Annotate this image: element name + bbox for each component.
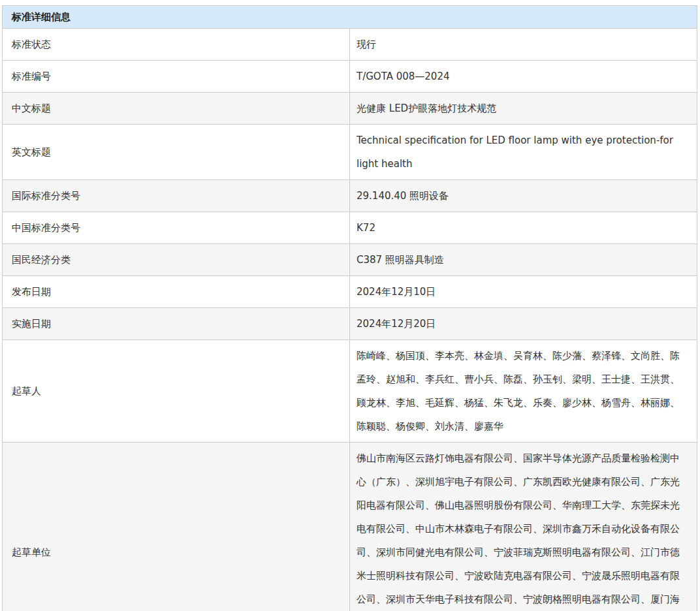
standard-detail-table: 标准详细信息 标准状态现行标准编号T/GOTA 008—2024中文标题光健康 … — [2, 5, 697, 611]
row-label: 中文标题 — [3, 93, 350, 125]
row-label: 起草人 — [3, 340, 350, 443]
row-label: 实施日期 — [3, 308, 350, 340]
page: 标准详细信息 标准状态现行标准编号T/GOTA 008—2024中文标题光健康 … — [0, 0, 700, 611]
table-row: 国际标准分类号29.140.40 照明设备 — [3, 180, 697, 212]
table-title-row: 标准详细信息 — [3, 6, 697, 29]
table-row: 发布日期2024年12月10日 — [3, 276, 697, 308]
row-value: Technical specification for LED floor la… — [350, 125, 697, 180]
table-row: 起草单位佛山市南海区云路灯饰电器有限公司、国家半导体光源产品质量检验检测中心（广… — [3, 443, 697, 611]
row-value: 29.140.40 照明设备 — [350, 180, 697, 212]
row-label: 中国标准分类号 — [3, 212, 350, 244]
row-label: 起草单位 — [3, 443, 350, 611]
row-label: 标准编号 — [3, 61, 350, 93]
row-label: 标准状态 — [3, 29, 350, 61]
row-label: 国际标准分类号 — [3, 180, 350, 212]
row-label: 英文标题 — [3, 125, 350, 180]
row-value: 陈崎峰、杨国顶、李本亮、林金填、吴育林、陈少藩、蔡泽锋、文尚胜、陈孟玲、赵旭和、… — [350, 340, 697, 443]
row-value: 现行 — [350, 29, 697, 61]
row-value: T/GOTA 008—2024 — [350, 61, 697, 93]
table-row: 标准状态现行 — [3, 29, 697, 61]
row-label: 国民经济分类 — [3, 244, 350, 276]
row-value: 2024年12月20日 — [350, 308, 697, 340]
row-value: C387 照明器具制造 — [350, 244, 697, 276]
page-title: 标准详细信息 — [3, 6, 697, 29]
row-value: 佛山市南海区云路灯饰电器有限公司、国家半导体光源产品质量检验检测中心（广东）、深… — [350, 443, 697, 611]
table-row: 标准编号T/GOTA 008—2024 — [3, 61, 697, 93]
table-row: 实施日期2024年12月20日 — [3, 308, 697, 340]
table-row: 中国标准分类号K72 — [3, 212, 697, 244]
row-value: 光健康 LED护眼落地灯技术规范 — [350, 93, 697, 125]
row-label: 发布日期 — [3, 276, 350, 308]
table-row: 中文标题光健康 LED护眼落地灯技术规范 — [3, 93, 697, 125]
table-row: 起草人陈崎峰、杨国顶、李本亮、林金填、吴育林、陈少藩、蔡泽锋、文尚胜、陈孟玲、赵… — [3, 340, 697, 443]
table-row: 英文标题Technical specification for LED floo… — [3, 125, 697, 180]
table-row: 国民经济分类C387 照明器具制造 — [3, 244, 697, 276]
row-value: 2024年12月10日 — [350, 276, 697, 308]
row-value: K72 — [350, 212, 697, 244]
